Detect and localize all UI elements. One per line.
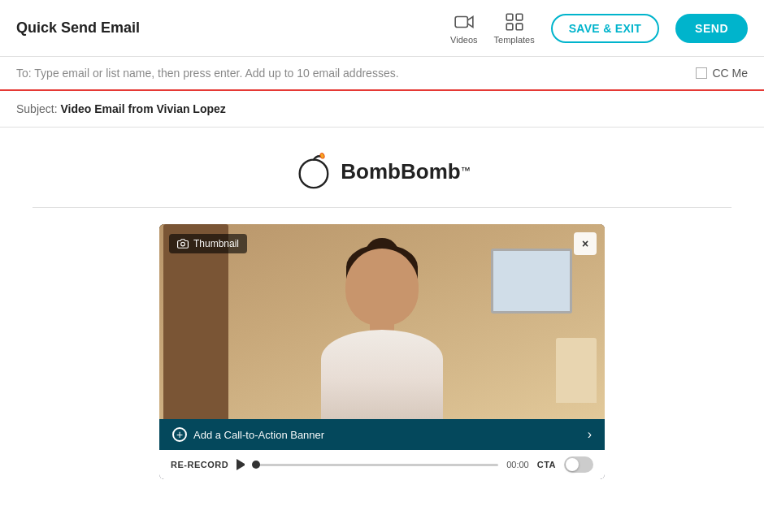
send-button[interactable]: SEND: [675, 14, 748, 43]
svg-rect-2: [516, 14, 523, 20]
body-divider: [33, 207, 731, 208]
cta-banner[interactable]: + Add a Call-to-Action Banner ›: [159, 419, 605, 450]
controls-bar: RE-RECORD 00:00 CTA: [159, 450, 605, 479]
cta-toggle[interactable]: [564, 456, 593, 473]
progress-dot: [252, 461, 260, 469]
header: Quick Send Email Videos Templates SAVE &…: [0, 0, 764, 57]
logo-container: BombBomb™: [293, 152, 470, 191]
svg-point-8: [181, 242, 185, 246]
svg-point-5: [300, 160, 328, 188]
header-actions: Videos Templates SAVE & EXIT SEND: [450, 11, 748, 45]
svg-rect-4: [516, 24, 523, 30]
video-container: Thumbnail × + Add a Call-to-Action Banne…: [159, 224, 605, 479]
door: [163, 224, 228, 419]
videos-button[interactable]: Videos: [450, 11, 477, 45]
svg-rect-0: [455, 17, 467, 28]
page-title: Quick Send Email: [16, 19, 140, 37]
templates-label: Templates: [494, 35, 535, 45]
to-field-placeholder[interactable]: To: Type email or list name, then press …: [16, 67, 696, 80]
bombbomb-logo-icon: [293, 152, 332, 191]
templates-button[interactable]: Templates: [494, 11, 535, 45]
thumbnail-badge[interactable]: Thumbnail: [169, 234, 247, 253]
person-body: [321, 330, 443, 419]
window: [491, 249, 572, 314]
logo-brand: BombBomb: [341, 159, 460, 184]
video-wrapper: Thumbnail × + Add a Call-to-Action Banne…: [16, 224, 748, 479]
videos-label: Videos: [450, 35, 477, 45]
templates-icon: [504, 11, 525, 32]
cta-label: CTA: [537, 460, 556, 469]
video-thumbnail: Thumbnail ×: [159, 224, 605, 419]
cc-me-text: CC Me: [712, 67, 748, 80]
logo-area: BombBomb™: [16, 152, 748, 191]
logo-text: BombBomb™: [341, 159, 470, 184]
subject-label: Subject:: [16, 102, 60, 115]
close-video-button[interactable]: ×: [574, 232, 597, 255]
to-row: To: Type email or list name, then press …: [0, 57, 764, 91]
lamp: [556, 338, 597, 403]
re-record-label[interactable]: RE-RECORD: [171, 460, 228, 469]
email-body: BombBomb™: [0, 128, 764, 495]
person-figure: [301, 240, 463, 419]
time-label: 00:00: [506, 460, 529, 469]
cta-banner-content: + Add a Call-to-Action Banner: [172, 427, 324, 442]
thumbnail-label: Thumbnail: [193, 238, 239, 249]
subject-row: Subject: Video Email from Vivian Lopez: [0, 91, 764, 128]
svg-rect-3: [506, 24, 513, 30]
camera-icon: [177, 238, 189, 249]
chevron-right-icon: ›: [588, 427, 592, 442]
subject-value[interactable]: Video Email from Vivian Lopez: [60, 102, 225, 115]
cc-me-checkbox[interactable]: [696, 67, 707, 79]
cta-banner-text: Add a Call-to-Action Banner: [193, 429, 324, 441]
person-head: [345, 249, 419, 326]
progress-bar[interactable]: [256, 464, 498, 466]
plus-icon: +: [172, 427, 187, 442]
toggle-knob: [566, 458, 579, 471]
save-exit-button[interactable]: SAVE & EXIT: [551, 14, 659, 43]
logo-tm: ™: [461, 164, 471, 175]
svg-rect-1: [506, 14, 513, 20]
cc-me-label[interactable]: CC Me: [696, 67, 748, 80]
play-button[interactable]: [237, 459, 248, 470]
video-icon: [454, 11, 475, 32]
